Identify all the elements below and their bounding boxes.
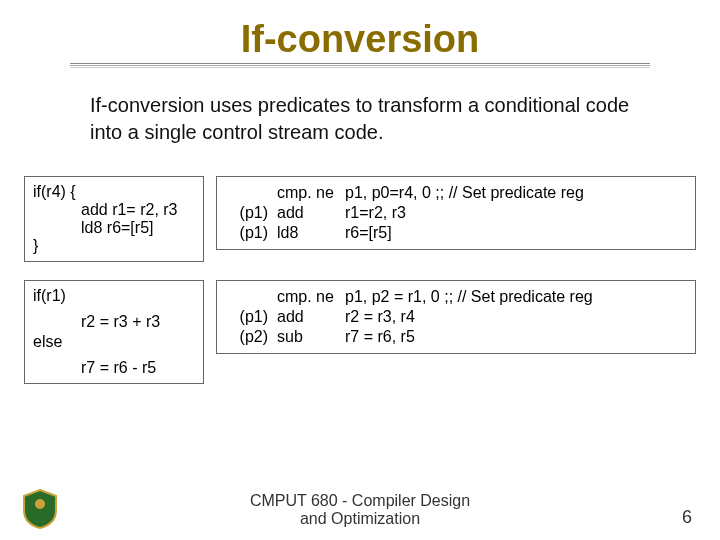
code-line: add r1= r2, r3 <box>33 201 195 219</box>
op-cell: cmp. ne <box>274 183 342 203</box>
example-2-source: if(r1) r2 = r3 + r3 else r7 = r6 - r5 <box>24 280 204 384</box>
title-divider <box>70 63 650 68</box>
code-line: r7 = r6 - r5 <box>33 351 195 377</box>
example-2-result: cmp. ne p1, p2 = r1, 0 ;; // Set predica… <box>216 280 696 354</box>
rest-cell: p1, p2 = r1, 0 ;; // Set predicate reg <box>342 287 687 307</box>
rest-cell: r2 = r3, r4 <box>342 307 687 327</box>
example-1: if(r4) { add r1= r2, r3 ld8 r6=[r5] } cm… <box>24 176 696 262</box>
example-1-source: if(r4) { add r1= r2, r3 ld8 r6=[r5] } <box>24 176 204 262</box>
code-line: if(r4) { <box>33 183 195 201</box>
rest-cell: r7 = r6, r5 <box>342 327 687 347</box>
footer-line: and Optimization <box>300 510 420 527</box>
code-line: else <box>33 331 195 351</box>
op-cell: ld8 <box>274 223 342 243</box>
code-line: if(r1) <box>33 287 195 305</box>
pred-cell <box>225 183 274 203</box>
code-line: } <box>33 237 195 255</box>
op-cell: add <box>274 307 342 327</box>
code-line: ld8 r6=[r5] <box>33 219 195 237</box>
pred-cell: (p2) <box>225 327 274 347</box>
pred-cell: (p1) <box>225 223 274 243</box>
rest-cell: r1=r2, r3 <box>342 203 687 223</box>
page-number: 6 <box>682 507 692 528</box>
code-line: r2 = r3 + r3 <box>33 305 195 331</box>
example-2: if(r1) r2 = r3 + r3 else r7 = r6 - r5 cm… <box>24 280 696 384</box>
footer-text: CMPUT 680 - Compiler Design and Optimiza… <box>0 492 720 528</box>
rest-cell: p1, p0=r4, 0 ;; // Set predicate reg <box>342 183 687 203</box>
rest-cell: r6=[r5] <box>342 223 687 243</box>
intro-text: If-conversion uses predicates to transfo… <box>90 92 640 146</box>
footer-line: CMPUT 680 - Compiler Design <box>250 492 470 509</box>
pred-cell: (p1) <box>225 203 274 223</box>
pred-cell <box>225 287 274 307</box>
op-cell: sub <box>274 327 342 347</box>
slide-title: If-conversion <box>0 0 720 63</box>
op-cell: cmp. ne <box>274 287 342 307</box>
pred-cell: (p1) <box>225 307 274 327</box>
op-cell: add <box>274 203 342 223</box>
example-1-result: cmp. ne p1, p0=r4, 0 ;; // Set predicate… <box>216 176 696 250</box>
